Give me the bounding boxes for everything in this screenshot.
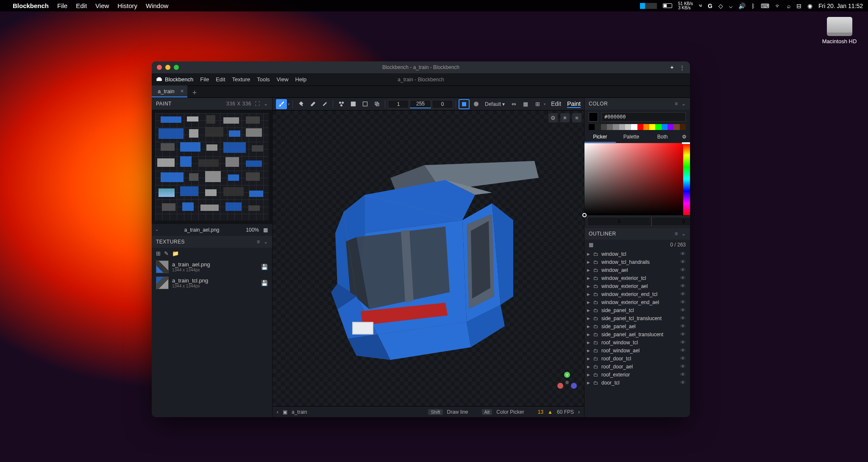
texture-item[interactable]: a_train_tcl.png 1344 x 1344px 💾 (152, 275, 272, 291)
menubar-battery-icon[interactable] (663, 3, 672, 8)
outliner-item[interactable]: ▶🗀window_tcl👁 (584, 250, 690, 258)
app-menu-tools[interactable]: Tools (257, 76, 270, 83)
copy-tool-button[interactable] (371, 99, 382, 109)
textures-collapse-icon[interactable]: ⌄ (264, 239, 268, 245)
macos-menu-file[interactable]: File (57, 2, 67, 9)
outliner-item[interactable]: ▶🗀door_tcl👁 (584, 379, 690, 387)
menubar-diamond-icon[interactable]: ◇ (718, 3, 723, 9)
outliner-collapse-icon[interactable]: ⌄ (682, 231, 686, 237)
chevron-right-icon[interactable]: ▶ (587, 332, 591, 337)
chevron-right-icon[interactable]: ▶ (587, 284, 591, 288)
menubar-control-center-icon[interactable]: ⊟ (796, 3, 801, 9)
visibility-icon[interactable]: 👁 (680, 307, 686, 313)
app-menu-file[interactable]: File (200, 76, 209, 83)
visibility-icon[interactable]: 👁 (680, 339, 686, 346)
both-tab[interactable]: Both (647, 132, 678, 143)
app-menu-edit[interactable]: Edit (216, 76, 225, 83)
warning-count[interactable]: 13 (538, 409, 543, 415)
color-collapse-icon[interactable]: ⌄ (682, 101, 686, 107)
window-titlebar[interactable]: Blockbench - a_train - Blockbench ✦ ⋮ (152, 61, 690, 73)
brush-opacity-input[interactable] (410, 100, 431, 108)
chevron-right-icon[interactable]: ▶ (587, 349, 591, 353)
saturation-value-picker[interactable] (584, 143, 683, 215)
menubar-volume-icon[interactable]: 🔊 (738, 3, 746, 9)
app-menu-help[interactable]: Help (295, 76, 307, 83)
outliner-item[interactable]: ▶🗀side_panel_ael👁 (584, 322, 690, 330)
folder-texture-icon[interactable]: 📁 (172, 250, 179, 257)
outliner-item[interactable]: ▶🗀side_panel_tcl_translucent👁 (584, 314, 690, 322)
palette-color[interactable] (625, 124, 631, 130)
chevron-right-icon[interactable]: ▶ (587, 373, 591, 377)
macos-menu-edit[interactable]: Edit (76, 2, 87, 9)
hue-cursor[interactable] (682, 142, 690, 144)
menubar-graph-icon[interactable] (640, 3, 657, 9)
desktop-drive-icon[interactable]: Macintosh HD (821, 17, 857, 44)
window-close-button[interactable] (157, 65, 162, 70)
chevron-right-icon[interactable]: ▶ (587, 316, 591, 321)
status-forward-icon[interactable]: › (578, 409, 580, 415)
menubar-link-icon[interactable]: ⌵ (729, 3, 732, 9)
menubar-siri-icon[interactable]: ◉ (807, 3, 812, 9)
eraser-tool-button[interactable] (307, 99, 318, 109)
shape-tool-button[interactable] (336, 99, 347, 109)
color-options-icon[interactable]: ≡ (675, 101, 678, 107)
menubar-bluetooth-icon[interactable]: ᛒ (751, 3, 755, 9)
outliner-item[interactable]: ▶🗀roof_window_tcl👁 (584, 338, 690, 346)
color-g-input[interactable] (651, 217, 690, 226)
chevron-right-icon[interactable]: ▶ (587, 365, 591, 369)
outliner-item[interactable]: ▶🗀window_exterior_end_tcl👁 (584, 290, 690, 298)
picker-tool-button[interactable] (319, 99, 330, 109)
view-shading-icon[interactable]: ☀ (560, 113, 570, 122)
chevron-right-icon[interactable]: ▶ (587, 252, 591, 256)
macos-menu-history[interactable]: History (117, 2, 137, 9)
chevron-right-icon[interactable]: ▶ (587, 381, 591, 385)
chevron-right-icon[interactable]: ▶ (587, 268, 591, 272)
chevron-right-icon[interactable]: ▶ (587, 340, 591, 345)
extension-icon[interactable]: ✦ (670, 64, 674, 71)
square-brush-button[interactable] (459, 99, 470, 109)
menubar-google-icon[interactable]: G (708, 3, 712, 9)
outliner-item[interactable]: ▶🗀window_exterior_ael👁 (584, 282, 690, 290)
visibility-icon[interactable]: 👁 (680, 323, 686, 329)
palette-color[interactable] (619, 124, 625, 130)
brush-size-input[interactable] (388, 100, 409, 108)
uv-resolution[interactable]: 336 X 336 (226, 101, 251, 107)
visibility-icon[interactable]: 👁 (680, 251, 686, 257)
visibility-icon[interactable]: 👁 (680, 283, 686, 289)
visibility-icon[interactable]: 👁 (680, 315, 686, 321)
chevron-right-icon[interactable]: ▶ (587, 260, 591, 264)
menubar-wifi-icon[interactable]: ᯤ (775, 3, 781, 9)
circle-brush-button[interactable] (470, 99, 481, 109)
palette-color[interactable] (673, 124, 679, 130)
sv-cursor[interactable] (582, 213, 587, 217)
uv-fullscreen-icon[interactable]: ⛶ (255, 101, 260, 107)
uv-grid-icon[interactable]: ▦ (263, 227, 268, 233)
uv-footer-zoom[interactable]: 100% (246, 227, 259, 233)
palette-color[interactable] (595, 124, 601, 130)
uv-editor[interactable] (152, 110, 272, 224)
window-zoom-button[interactable] (174, 65, 179, 70)
bucket-tool-button[interactable] (295, 99, 306, 109)
rect-tool-button[interactable] (359, 99, 370, 109)
outliner-item[interactable]: ▶🗀roof_door_tcl👁 (584, 354, 690, 362)
menubar-fan-icon[interactable]: ༄ (699, 3, 702, 9)
tab-add-button[interactable]: + (187, 89, 202, 97)
palette-color[interactable] (655, 124, 661, 130)
visibility-icon[interactable]: 👁 (680, 259, 686, 265)
color-swatch[interactable] (589, 112, 598, 122)
save-icon[interactable]: 💾 (261, 280, 268, 286)
chevron-right-icon[interactable]: ▶ (587, 308, 591, 313)
visibility-icon[interactable]: 👁 (680, 363, 686, 370)
color-r-input[interactable] (587, 217, 651, 226)
outliner-item[interactable]: ▶🗀side_panel_tcl👁 (584, 306, 690, 314)
more-icon[interactable]: ⋮ (679, 64, 685, 71)
chevron-right-icon[interactable]: ▶ (587, 276, 591, 280)
brush-softness-input[interactable] (432, 100, 453, 108)
visibility-icon[interactable]: 👁 (680, 291, 686, 297)
outliner-item[interactable]: ▶🗀roof_exterior👁 (584, 371, 690, 379)
mode-edit-tab[interactable]: Edit (551, 100, 561, 108)
uv-footer-file[interactable]: a_train_ael.png (184, 227, 220, 233)
axis-gizmo[interactable]: Y (555, 370, 579, 393)
outliner-item[interactable]: ▶🗀window_ael👁 (584, 266, 690, 274)
brush-tool-button[interactable] (276, 99, 287, 109)
